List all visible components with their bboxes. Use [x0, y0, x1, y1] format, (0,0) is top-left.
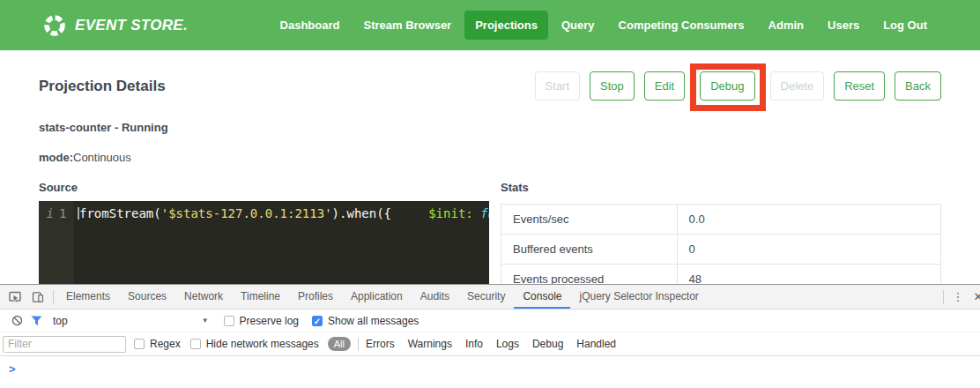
code-token-keyword: fu — [473, 206, 489, 220]
delete-button: Delete — [770, 71, 825, 101]
stat-metric: Buffered events — [501, 235, 678, 265]
nav-item-competing-consumers[interactable]: Competing Consumers — [608, 11, 755, 40]
code-token-string: '$stats-127.0.0.1:2113' — [161, 206, 332, 220]
preserve-log-label: Preserve log — [240, 315, 299, 327]
hide-network-messages-label: Hide network messages — [206, 338, 319, 350]
hide-network-messages-checkbox[interactable] — [190, 339, 201, 349]
debug-button-wrapper: Debug — [700, 71, 754, 101]
debug-button[interactable]: Debug — [700, 71, 754, 101]
table-row: Buffered events 0 — [501, 235, 941, 265]
mode-value: Continuous — [73, 151, 131, 164]
nav-item-stream-browser[interactable]: Stream Browser — [353, 11, 462, 40]
tab-application[interactable]: Application — [342, 285, 412, 309]
console-toolbar: top ▼ Preserve log ✓ Show all messages — [0, 310, 980, 332]
stat-value: 0.0 — [677, 205, 940, 235]
tab-security[interactable]: Security — [458, 285, 514, 309]
tab-network[interactable]: Network — [175, 285, 232, 309]
regex-label: Regex — [150, 338, 181, 350]
devtools-tabbar: Elements Sources Network Timeline Profil… — [0, 285, 980, 310]
device-toolbar-icon[interactable] — [26, 285, 49, 309]
code-token: fromStream( — [79, 206, 161, 220]
clear-console-icon[interactable] — [7, 315, 26, 326]
console-filter-bar: Regex Hide network messages All Errors W… — [0, 332, 980, 356]
stop-button[interactable]: Stop — [590, 71, 635, 101]
console-prompt-area[interactable]: > — [0, 356, 980, 376]
tab-elements[interactable]: Elements — [57, 285, 119, 309]
nav-item-query[interactable]: Query — [551, 11, 605, 40]
kebab-menu-icon[interactable]: ⋮ — [947, 290, 969, 303]
toolbar-divider — [358, 338, 359, 351]
code-token: ).when({ — [332, 206, 391, 220]
regex-checkbox[interactable] — [134, 339, 145, 349]
table-row: Events/sec 0.0 — [501, 205, 941, 235]
show-all-messages-label: Show all messages — [328, 315, 419, 327]
show-all-messages-option: ✓ Show all messages — [312, 315, 419, 327]
regex-option: Regex — [134, 338, 181, 350]
filter-level-errors[interactable]: Errors — [366, 338, 395, 350]
toolbar-divider — [943, 290, 944, 304]
filter-funnel-icon[interactable] — [26, 316, 46, 326]
back-button[interactable]: Back — [895, 71, 941, 101]
main-nav: Dashboard Stream Browser Projections Que… — [270, 11, 938, 40]
nav-item-admin[interactable]: Admin — [758, 11, 814, 40]
edit-button[interactable]: Edit — [644, 71, 685, 101]
stat-value: 0 — [677, 235, 940, 265]
event-store-app: EVENT STORE. Dashboard Stream Browser Pr… — [0, 0, 980, 388]
filter-level-debug[interactable]: Debug — [532, 338, 563, 350]
nav-item-projections[interactable]: Projections — [464, 11, 548, 40]
execution-context-selector[interactable]: top — [53, 315, 68, 327]
code-token — [391, 206, 428, 220]
filter-level-logs[interactable]: Logs — [496, 338, 519, 350]
event-store-logo-icon — [42, 13, 67, 38]
tab-profiles[interactable]: Profiles — [289, 285, 342, 309]
start-button: Start — [535, 71, 580, 101]
action-buttons: Start Stop Edit Debug Delete Reset Back — [535, 71, 941, 101]
filter-input[interactable] — [3, 336, 126, 353]
log-level-filters: Errors Warnings Info Logs Debug Handled — [366, 338, 616, 350]
stats-section-label: Stats — [501, 181, 941, 194]
tab-timeline[interactable]: Timeline — [232, 285, 289, 309]
filter-level-info[interactable]: Info — [465, 338, 483, 350]
filter-level-handled[interactable]: Handled — [576, 338, 616, 350]
devtools-window-controls: ⋮ ✕ — [939, 290, 980, 304]
projection-mode: mode:Continuous — [39, 151, 941, 164]
hide-network-messages-option: Hide network messages — [190, 338, 319, 350]
stat-metric: Events/sec — [501, 205, 678, 235]
inspect-element-icon[interactable] — [4, 285, 26, 309]
show-all-messages-checkbox[interactable]: ✓ — [312, 316, 323, 326]
filter-level-warnings[interactable]: Warnings — [408, 338, 452, 350]
brand-name: EVENT STORE. — [75, 17, 188, 34]
page-header: Projection Details Start Stop Edit Debug… — [39, 71, 941, 101]
brand-logo[interactable]: EVENT STORE. — [42, 13, 188, 38]
filter-all-badge[interactable]: All — [328, 337, 351, 351]
main-content: Projection Details Start Stop Edit Debug… — [0, 71, 980, 303]
mode-label: mode: — [39, 151, 73, 164]
nav-item-log-out[interactable]: Log Out — [872, 11, 938, 40]
top-navbar: EVENT STORE. Dashboard Stream Browser Pr… — [0, 0, 980, 50]
code-token-property: $init: — [428, 206, 473, 220]
close-icon[interactable]: ✕ — [969, 290, 980, 303]
tab-audits[interactable]: Audits — [412, 285, 458, 309]
preserve-log-option: Preserve log — [224, 315, 299, 327]
nav-item-users[interactable]: Users — [817, 11, 870, 40]
nav-item-dashboard[interactable]: Dashboard — [270, 11, 351, 40]
console-prompt-chevron: > — [9, 362, 16, 376]
projection-status: stats-counter - Running — [39, 121, 941, 134]
page-title: Projection Details — [39, 78, 166, 95]
devtools-panel: Elements Sources Network Timeline Profil… — [0, 284, 980, 388]
toolbar-divider — [53, 290, 54, 304]
tab-jquery-selector-inspector[interactable]: jQuery Selector Inspector — [570, 285, 707, 309]
tab-console[interactable]: Console — [514, 285, 570, 309]
tab-sources[interactable]: Sources — [119, 285, 175, 309]
chevron-down-icon[interactable]: ▼ — [202, 317, 209, 325]
reset-button[interactable]: Reset — [834, 71, 885, 101]
preserve-log-checkbox[interactable] — [224, 316, 234, 326]
source-section-label: Source — [39, 181, 489, 194]
